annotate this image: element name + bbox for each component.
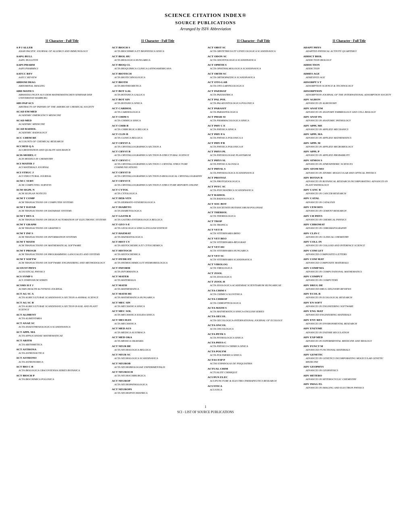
list-item: ADV CH PHYSADVANCES IN CHEMICAL PHYSICS xyxy=(303,214,395,222)
abbreviation: ADV COMPUT xyxy=(303,275,395,278)
list-item: ADDICT BIOLADDICTION BIOLOGY xyxy=(303,55,395,62)
list-item: ADV APPL MAADVANCES IN APPLIED MATHEMATI… xyxy=(303,133,395,140)
abbreviation: ADV APPL MA xyxy=(303,133,395,136)
list-item: ACM T DES AACM TRANSACTIONS ON DESIGN AU… xyxy=(16,214,108,222)
full-title: ACSMS HEALTH & FITNESS JOURNAL xyxy=(16,287,108,291)
abbreviation: ACT THERIOL xyxy=(208,211,299,214)
list-item: ACM T SOFTWACM TRANSACTIONS ON SOFTWARE … xyxy=(16,258,108,265)
list-item: ACTUAL CHIMACTUALITE CHIMIQUE xyxy=(208,367,299,374)
abbreviation: ADV CLIN C xyxy=(303,232,395,235)
abbreviation: ACT NEUR BE xyxy=(112,345,204,348)
abbreviation: ACT CLIN B xyxy=(112,133,204,136)
list-item: ADV EN SOFTADVANCES IN ENGINEERING SOFTW… xyxy=(303,301,395,308)
list-item: ADV COLL INADVANCES IN COLLOID AND INTER… xyxy=(303,240,395,247)
abbreviation: ADV COMP MA xyxy=(303,266,395,270)
full-title: ACTA NEUROPSYCHIATRICA xyxy=(112,391,204,395)
full-title: ADVANCES IN CATALYSIS xyxy=(303,201,395,204)
abbreviation: ACT BIOTECH xyxy=(112,72,204,76)
abbreviation: ACT TROP xyxy=(208,220,299,223)
full-title: ACTA OBSTETRICIA ET GYNECOLOGICA SCANDIN… xyxy=(208,50,299,53)
abbreviation: ADSORPTION xyxy=(303,89,395,93)
abbreviation: ACI MATER J xyxy=(16,162,108,166)
full-title: ACTA CARDIOLOGICA xyxy=(112,110,204,114)
full-title: ACTA CHIMICA SINICA xyxy=(112,119,204,122)
full-title: ADVANCED DRUG DELIVERY REVIEWS xyxy=(303,287,395,291)
abbreviation: ACT BIO C B xyxy=(16,365,108,369)
list-item: ACM T MATHACM TRANSACTIONS ON MATHEMATIC… xyxy=(16,240,108,247)
list-item: ACT CRYST EACTA CRYSTALLOGRAPHICA SECTIO… xyxy=(112,179,204,187)
list-item: ADV ENZYMEADVANCES IN ENZYME REGULATION xyxy=(303,327,395,334)
abbreviation: ACT MATER xyxy=(112,275,204,278)
full-title: ACTA GASTRO-ENTEROLOGICA BELGICA xyxy=(112,218,204,221)
abbreviation: ACT ZOOL xyxy=(208,272,299,275)
abbreviation: ACT ASTRONA xyxy=(16,348,108,351)
list-item: A P J ALLERASIAN PACIFIC JOURNAL OF ALLE… xyxy=(16,46,108,53)
list-item: ACT AG SC BACTA AGRICULTURAE SCANDINAVIC… xyxy=(16,301,108,312)
list-item: ACT GASTR BACTA GASTRO-ENTEROLOGICA BELG… xyxy=(112,214,204,222)
list-item: ACTAS ESP PACTAS ESPANOLAS DE PSIQUIATRI… xyxy=(208,358,299,366)
full-title: ACTA NEUROCHIRURGICA xyxy=(112,374,204,377)
abbreviation: ACM T MATH xyxy=(16,240,108,244)
list-item: ACS SYMP SACS SYMPOSIUM SERIES xyxy=(16,275,108,282)
abbreviation: ACUSTICA xyxy=(208,384,299,388)
list-item: ACTA ONCOLACTA ONCOLOGICA xyxy=(208,324,299,331)
full-title: ACTA BIOTHEORETICA xyxy=(112,84,204,87)
full-title: ACTA PHYSICA SLOVACA xyxy=(208,162,299,166)
page-footer: 1 SCI - LIST OF SOURCE PUBLICATIONS xyxy=(16,405,395,414)
page: SCIENCE CITATION INDEX® SOURCE PUBLICATI… xyxy=(16,12,395,414)
list-item: ACT CRYST AACTA CRYSTALLOGRAPHICA SECTIO… xyxy=(112,141,204,149)
list-item: ADV ENG MATADVANCED ENGINEERING MATERIAL… xyxy=(303,310,395,317)
abbreviation: ADV COLL IN xyxy=(303,240,395,244)
list-item: ADAPT PHYSADAPTED PHYSICAL ACTIVITY QUAR… xyxy=(303,46,395,53)
abbreviation: ADHES AGE xyxy=(303,72,395,76)
full-title: ACTA DERMATO-VENEREOLOGICA xyxy=(112,201,204,204)
abbreviation: ACT NEUR SC xyxy=(112,353,204,357)
full-title: ACTA ASTRONAUTICA xyxy=(16,351,108,355)
abbreviation: ACT GEO S-E xyxy=(112,223,204,227)
abbreviation: ACT VET BEO xyxy=(208,237,299,241)
column-4-header: 11 Character - Full Title xyxy=(303,39,395,43)
list-item: ACT ARITHACTA ARITHMETICA xyxy=(16,339,108,346)
full-title: ACTA HISTOCHEMICA xyxy=(112,253,204,256)
list-item: ACT ORTH SCACTA ORTHOPAEDICA SCANDINAVIC… xyxy=(208,72,299,79)
full-title: ACTA INFORMATICA xyxy=(112,270,204,273)
abbreviation: ACT AG SC B xyxy=(16,301,108,305)
abbreviation: ACT PAEDIAT xyxy=(208,89,299,93)
list-item: ACT PSYC SCACTA PSYCHIATRICA SCANDINAVIC… xyxy=(208,185,299,192)
abbreviation: ADV ECOL R xyxy=(303,292,395,296)
list-item: ADV ANAT EMADVANCES IN ANATOMY EMBRIOLOG… xyxy=(303,107,395,114)
full-title: ACH-MODELS IN CHEMISTRY xyxy=(16,157,108,160)
abbreviation: ACTA OECOL xyxy=(208,315,299,318)
list-item: ACT OPHTH SACTA OPHTHALMOLOGICA SCANDINA… xyxy=(208,63,299,71)
full-title: ADVANCES IN COLLOID AND INTERFACE SCIENC… xyxy=(303,244,395,247)
full-title: ADVANCES IN BOTANICAL RESEARCH INCORPORA… xyxy=(303,180,395,187)
list-item: ACTA OECOLACTA OECOLOGICA-INTERNATIONAL … xyxy=(208,315,299,322)
list-item: ACTA CHIROPACTA CHIROPTEOLOGICA xyxy=(208,297,299,305)
list-item: ACT CYTOLACTA CYTOLOGICA xyxy=(112,188,204,195)
abbreviation: ACT CRYST C xyxy=(112,159,204,162)
full-title: ACTA CRYSTALLOGRAPHICA SECTION C-CRYSTAL… xyxy=(112,162,204,169)
abbreviation: ACT VET HU xyxy=(208,245,299,249)
full-title: ACTA BOTANICA GALLICA xyxy=(112,93,204,96)
full-title: ACTA CRYSTALLOGRAPHICA SECTION A xyxy=(112,145,204,148)
full-title: ACTA BIOCHIMICA ET BIOPHYSICA SINICA xyxy=(112,50,204,53)
main-title: SCIENCE CITATION INDEX® xyxy=(16,12,395,19)
list-item: ACT VIROLOGACTA VIROLOGICA xyxy=(208,263,299,270)
full-title: ACTA BIOLOGICA HUNGARICA xyxy=(112,58,204,62)
abbreviation: ADV EN SOFT xyxy=(303,301,395,305)
abbreviation: ACT ODON SC xyxy=(208,55,299,58)
abbreviation: ADV GEOPHYS xyxy=(303,365,395,369)
list-item: ACM T INF SACM TRANSACTIONS ON INFORMATI… xyxy=(16,232,108,239)
list-item: ADDICTIONADDICTION xyxy=(303,63,395,71)
abbreviation: ACT MED AUS xyxy=(112,327,204,330)
abbreviation: ACT PAL POL xyxy=(208,98,299,102)
full-title: ACTA MATHEMATICA SINICA-ENGLISH SERIES xyxy=(208,310,299,313)
list-item: AATCC REVAATCC REVIEW xyxy=(16,72,108,79)
full-title: ACTA ZOOLOGICA ACADEMIAE SCIENTIARUM HUN… xyxy=(208,284,299,287)
list-item: ADV ATMOS SADVANCES IN ATMOSPHERIC SCIEN… xyxy=(303,159,395,166)
list-item: ACM T DATABACM TRANSACTIONS ON DATABASE … xyxy=(16,206,108,213)
full-title: ACTA APPLICANDAE MATHEMATICAE xyxy=(16,334,108,337)
list-item: ACT VET SCACTA VETERINARIA SCANDINAVICA xyxy=(208,254,299,262)
full-title: ADVANCES IN CEMENT RESEARCH xyxy=(303,209,395,212)
list-item: ACOUST PHYSACOUSTICAL PHYSICS xyxy=(16,266,108,274)
